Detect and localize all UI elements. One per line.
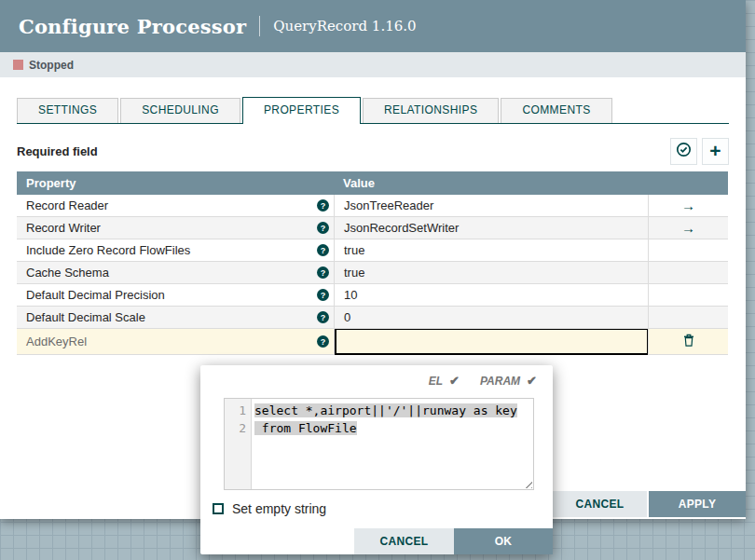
value-editor-popup: EL ✔ PARAM ✔ 12 select *,airport||'/'||r… — [200, 365, 553, 554]
tab-relationships[interactable]: RELATIONSHIPS — [363, 98, 499, 123]
property-row[interactable]: Default Decimal Scale?0 — [17, 307, 728, 329]
property-name: Default Decimal Precision — [26, 288, 165, 302]
el-label: EL — [429, 375, 443, 388]
column-header-property: Property — [17, 176, 334, 190]
properties-table: Property Value Record Reader?JsonTreeRea… — [17, 171, 728, 355]
editor-cancel-button[interactable]: CANCEL — [354, 528, 454, 554]
el-supported-indicator: EL ✔ — [429, 374, 460, 388]
toolbar-buttons: + — [670, 138, 729, 165]
help-icon[interactable]: ? — [317, 266, 329, 279]
tab-bar: SETTINGSSCHEDULINGPROPERTIESRELATIONSHIP… — [17, 97, 729, 124]
property-name: Record Reader — [26, 198, 108, 212]
line-number: 1 — [225, 402, 246, 419]
required-field-label: Required field — [17, 144, 98, 158]
property-name: Record Writer — [26, 221, 101, 235]
param-check-icon: ✔ — [527, 374, 537, 388]
property-name: Cache Schema — [26, 266, 109, 280]
property-row[interactable]: Include Zero Record FlowFiles?true — [17, 239, 728, 262]
set-empty-string-label: Set empty string — [232, 501, 326, 516]
tab-comments[interactable]: COMMENTS — [501, 98, 611, 123]
set-empty-string-option[interactable]: Set empty string — [213, 501, 326, 516]
code-area[interactable]: select *,airport||'/'||runway as key fro… — [252, 399, 533, 489]
help-icon[interactable]: ? — [317, 311, 329, 323]
line-number-gutter: 12 — [225, 399, 252, 489]
dialog-footer: CANCEL APPLY — [553, 491, 746, 517]
el-check-icon: ✔ — [449, 374, 460, 388]
line-number: 2 — [225, 419, 246, 437]
cancel-button[interactable]: CANCEL — [553, 491, 647, 517]
dialog-header: Configure Processor QueryRecord 1.16.0 — [0, 0, 746, 52]
param-label: PARAM — [480, 375, 520, 388]
property-name: AddKeyRel — [26, 335, 87, 348]
tab-scheduling[interactable]: SCHEDULING — [120, 98, 240, 123]
plus-icon: + — [709, 141, 721, 160]
code-line: from FlowFile — [254, 419, 533, 437]
help-icon[interactable]: ? — [317, 222, 329, 234]
property-row[interactable]: Default Decimal Precision?10 — [17, 284, 728, 307]
stopped-square-icon — [13, 60, 23, 70]
tab-settings[interactable]: SETTINGS — [17, 98, 118, 123]
editor-ok-button[interactable]: OK — [454, 528, 553, 554]
title-divider — [259, 16, 260, 36]
code-line: select *,airport||'/'||runway as key — [254, 402, 533, 419]
value-code-editor[interactable]: 12 select *,airport||'/'||runway as key … — [224, 398, 534, 490]
apply-button[interactable]: APPLY — [649, 491, 746, 517]
add-property-button[interactable]: + — [702, 138, 729, 165]
check-circle-icon — [676, 142, 692, 160]
property-name: Default Decimal Scale — [26, 310, 145, 324]
go-to-service-arrow-icon[interactable]: → — [681, 220, 695, 236]
help-icon[interactable]: ? — [317, 335, 329, 348]
property-value: JsonRecordSetWriter — [344, 221, 459, 235]
processor-name-version: QueryRecord 1.16.0 — [273, 18, 416, 34]
property-row[interactable]: Record Reader?JsonTreeReader→ — [17, 195, 728, 217]
go-to-service-arrow-icon[interactable]: → — [681, 198, 695, 213]
property-value: true — [344, 243, 364, 257]
verify-properties-button[interactable] — [670, 138, 697, 165]
expression-support-indicators: EL ✔ PARAM ✔ — [429, 374, 537, 388]
status-bar: Stopped — [0, 52, 746, 77]
param-supported-indicator: PARAM ✔ — [480, 374, 537, 388]
property-value: 0 — [344, 310, 350, 324]
property-row[interactable]: AddKeyRel? — [17, 329, 728, 355]
help-icon[interactable]: ? — [317, 289, 329, 301]
dialog-title: Configure Processor — [19, 15, 246, 38]
table-toolbar: Required field + — [17, 137, 729, 165]
tab-properties[interactable]: PROPERTIES — [242, 97, 361, 124]
property-value: 10 — [344, 288, 357, 302]
property-value: JsonTreeReader — [344, 198, 433, 212]
property-row[interactable]: Record Writer?JsonRecordSetWriter→ — [17, 217, 728, 239]
column-header-value: Value — [334, 176, 648, 190]
table-header: Property Value — [17, 171, 728, 195]
set-empty-string-checkbox[interactable] — [213, 503, 224, 514]
trash-icon[interactable] — [683, 334, 694, 349]
status-label: Stopped — [29, 59, 74, 72]
property-name: Include Zero Record FlowFiles — [26, 243, 190, 257]
editor-footer: CANCEL OK — [354, 528, 553, 554]
table-body: Record Reader?JsonTreeReader→Record Writ… — [17, 195, 728, 355]
property-value: true — [344, 266, 364, 280]
value-edit-field[interactable] — [335, 329, 648, 355]
help-icon[interactable]: ? — [317, 199, 329, 212]
help-icon[interactable]: ? — [317, 244, 329, 256]
property-row[interactable]: Cache Schema?true — [17, 262, 728, 284]
